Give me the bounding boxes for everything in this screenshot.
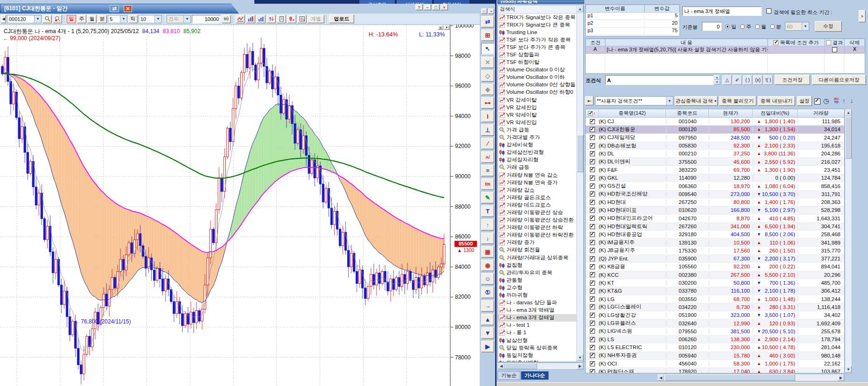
stock-checkbox[interactable] [590, 248, 595, 253]
period-minute-button[interactable]: 분 [98, 15, 107, 23]
stock-code-combo[interactable]: 000120▼ [7, 15, 42, 23]
stock-checkbox[interactable] [590, 224, 595, 229]
chevron-down-icon[interactable]: ▼ [120, 15, 127, 23]
stock-checkbox[interactable] [590, 216, 595, 221]
period-month-button[interactable]: 월 [87, 15, 97, 23]
search-formula-item[interactable]: 걸침형 [498, 261, 577, 269]
triangle-tool-icon[interactable]: △ [722, 75, 732, 85]
search-formula-item[interactable]: 거래량 데드크로스 [498, 201, 577, 209]
triangle-right-icon[interactable]: ▶ [481, 341, 494, 352]
stock-checkbox[interactable] [590, 264, 595, 269]
search-formula-item[interactable]: 동일저점형 [498, 351, 577, 359]
scroll-left-icon[interactable]: ◀ [498, 363, 504, 369]
search-formula-item[interactable]: 거래량 이동평균선 하락전환 [498, 232, 577, 239]
erase-expression-icon[interactable]: ✐ [733, 75, 742, 85]
stock-checkbox[interactable] [590, 135, 595, 140]
column-header-price[interactable]: 현재가 [709, 109, 753, 117]
search-formula-item[interactable]: 까마귀형 [498, 291, 577, 299]
stock-row[interactable]: (K) DL이앤씨37550045,600▲2,550 ( 5.92)216,0… [586, 158, 844, 166]
base-bar-input[interactable] [702, 22, 721, 31]
background-tab[interactable]: 관심종목 [359, 0, 395, 4]
condition-name-input[interactable] [682, 7, 762, 16]
stock-checkbox[interactable] [590, 304, 595, 309]
cursor-icon[interactable]: ↖ [481, 43, 494, 55]
stock-row[interactable]: (K) KB금융10556092,200▲200 ( 0.22)894,041 [586, 263, 844, 271]
panel-maximize-button[interactable]: □ [481, 8, 487, 14]
variable-row[interactable]: p375 [586, 28, 679, 35]
export-stocks-button[interactable]: 종목 내보내기 [758, 96, 795, 106]
scroll-left-icon[interactable]: ◀ [658, 374, 664, 381]
search-formula-item[interactable]: 나 - test 1 [498, 322, 577, 329]
stock-row[interactable]: (K) GS건설00636018,970▲1,080 ( 6.04)858,41… [586, 182, 844, 190]
move-up-icon[interactable]: ↑ [842, 97, 846, 104]
stock-row[interactable]: (K) GKL11409012,2800 ( 0.00)124,784 [586, 174, 844, 182]
data-grid-icon[interactable] [297, 15, 307, 23]
stock-row[interactable]: (Q) JYP Ent.03590067,300▼2,200 ( 3.17)37… [586, 255, 844, 263]
volume-bars-icon[interactable] [256, 15, 266, 23]
scroll-right-icon[interactable]: ▶ [838, 374, 844, 381]
panel-close-button[interactable]: × [488, 8, 494, 14]
clock-icon[interactable]: ◷ [823, 97, 829, 105]
auto-icon[interactable]: AU TO [833, 97, 840, 104]
column-header-name[interactable]: 종목명(142) [599, 109, 666, 117]
stock-row[interactable]: (K) HD현대26725080,800▲1,400 ( 1.76)208,36… [586, 198, 844, 206]
scroll-down-icon[interactable]: ▼ [845, 366, 852, 373]
stock-row[interactable]: (K) KT&G033780116,100▼2,100 ( 1.78)306,4… [586, 287, 844, 295]
paren-icon[interactable]: ( ) [743, 75, 752, 85]
search-formula-item[interactable]: 거래 급등 [498, 164, 577, 171]
search-formula-item[interactable]: 관리/투자유의 종목 [498, 269, 577, 276]
stock-row[interactable]: (K) HD현대일렉트릭267260341,000▲6,500 ( 1.94)3… [586, 223, 844, 231]
search-formula-item[interactable]: 거래량 이동평균선 상승 [498, 209, 577, 216]
screen-grid-icon[interactable]: ⊞ [481, 29, 494, 41]
stock-row[interactable]: (K) KT03020050,800▼700 ( 1.36)485,700 [586, 279, 844, 287]
stock-checkbox[interactable] [590, 167, 595, 172]
stock-checkbox[interactable] [590, 175, 595, 181]
search-formula-item[interactable]: 나 - darvas 상단 돌파 [498, 299, 577, 307]
volume-alert-icon[interactable] [246, 15, 255, 23]
period-day-button[interactable]: 일 [67, 15, 76, 23]
text-tool-icon[interactable]: T [481, 205, 494, 217]
save-as-button[interactable]: 다른이름으로저장 [812, 75, 866, 85]
stock-row[interactable]: (K) LG생활건강051900323,000▼3,500 ( 1.07)34,… [586, 311, 844, 319]
stock-checkbox[interactable] [590, 345, 595, 350]
scroll-right-icon[interactable]: ▶ [577, 363, 583, 369]
search-formula-item[interactable]: TSF 하향이탈 [498, 59, 577, 66]
search-formula-item[interactable]: Volume Oscillator 0 이하 [498, 74, 577, 81]
stock-row[interactable]: (K) iM금융지주13913010,500▲110 ( 1.06)341,98… [586, 239, 844, 246]
search-formula-item[interactable]: Volume Oscillator 0선 상향돌 [498, 81, 577, 89]
search-formula-item[interactable]: Volume Oscillator 0선 하향0 [498, 89, 577, 96]
close-button[interactable]: × [441, 4, 448, 10]
min-period-checkbox[interactable] [766, 8, 771, 14]
search-formula-item[interactable]: TRIX가 Signal보다 작은 종목 [498, 14, 577, 21]
search-formula-item[interactable]: VR 강세진입 [498, 104, 577, 111]
stock-row[interactable]: (K) CJ001040130,200▲1,800 ( 1.40)111,985 [586, 118, 844, 126]
search-formula-item[interactable]: 거래량 이동평균선 상승전환 [498, 217, 577, 224]
column-header-change[interactable]: 전일대비(%) [753, 109, 798, 117]
triangle-up-icon[interactable]: ▲ [481, 314, 494, 325]
search-formula-item[interactable]: 동일흑삼병형 [498, 359, 577, 362]
maximize-button[interactable]: □ [432, 4, 440, 10]
stock-checkbox[interactable] [590, 159, 595, 164]
tab-alphabetical-order[interactable]: 가나다순 [521, 371, 549, 380]
table-hscrollbar[interactable]: ◀ ▶ [657, 374, 845, 381]
realtime-checkbox[interactable] [814, 98, 820, 105]
settings-button[interactable]: 설정 [797, 96, 812, 106]
stock-checkbox[interactable] [590, 232, 595, 237]
close-icon[interactable]: ✕ [124, 5, 132, 12]
paren-x-icon[interactable]: (x) [753, 75, 763, 85]
stock-checkbox[interactable] [590, 119, 595, 124]
load-stocks-button[interactable]: 종목 불러오기 [719, 96, 756, 106]
stock-checkbox[interactable] [590, 256, 595, 261]
modify-button[interactable]: 수정 [815, 21, 842, 32]
stock-row[interactable]: (K) JB금융지주17533017,560▲260 ( 1.50)315,77… [586, 247, 844, 255]
search-formula-item[interactable]: TRIX가 Signal보다 큰 종목 [498, 21, 577, 28]
stock-checkbox[interactable] [590, 296, 595, 302]
help-button[interactable]: ? [415, 4, 423, 10]
horizontal-line-icon[interactable]: ⊶ [481, 97, 494, 109]
chart-plot-area[interactable]: 1000009800096000940009200090000880008600… [0, 25, 480, 386]
expression-spinner[interactable]: ▲▼ [714, 75, 720, 85]
column-header-volume[interactable]: 거래량 [798, 109, 844, 117]
arrow-up-tool-icon[interactable]: ↑ [481, 219, 494, 231]
radio-minute[interactable]: 분 [770, 23, 781, 30]
text-slash-icon[interactable]: A/ [481, 151, 494, 163]
